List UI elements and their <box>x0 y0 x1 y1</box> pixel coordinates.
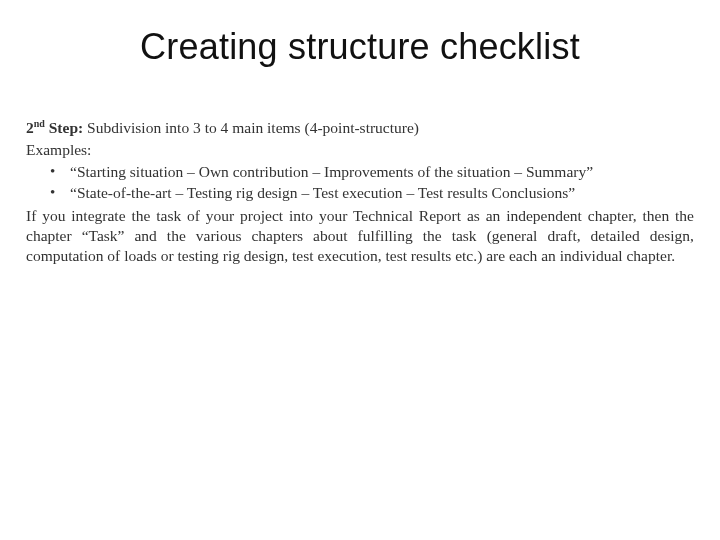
list-item: “State-of-the-art – Testing rig design –… <box>50 183 694 203</box>
examples-label: Examples: <box>26 140 694 160</box>
step-label: 2nd Step: <box>26 119 83 136</box>
list-item: “Starting situation – Own contribution –… <box>50 162 694 182</box>
paragraph: If you integrate the task of your projec… <box>26 206 694 265</box>
page-title: Creating structure checklist <box>26 26 694 68</box>
slide: Creating structure checklist 2nd Step: S… <box>0 0 720 540</box>
examples-list: “Starting situation – Own contribution –… <box>26 162 694 203</box>
body-text: 2nd Step: Subdivision into 3 to 4 main i… <box>26 118 694 266</box>
step-description: Subdivision into 3 to 4 main items (4-po… <box>87 119 419 136</box>
step-line: 2nd Step: Subdivision into 3 to 4 main i… <box>26 118 694 138</box>
